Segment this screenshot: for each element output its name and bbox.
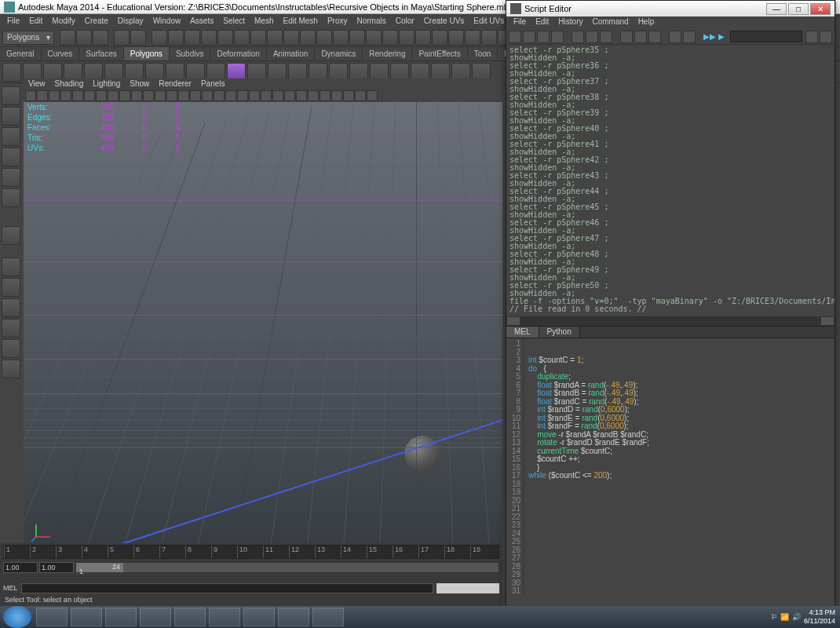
vp-btn-26[interactable] <box>331 90 342 101</box>
vp-btn-12[interactable] <box>166 90 177 101</box>
status-btn-5[interactable] <box>234 30 250 46</box>
select-tool-icon[interactable] <box>2 86 20 105</box>
vp-btn-6[interactable] <box>96 90 107 101</box>
status-btn-10[interactable] <box>316 30 332 46</box>
vp-btn-4[interactable] <box>72 90 83 101</box>
script-input-pane[interactable]: 1234567891011121314151617181920212223242… <box>506 338 835 594</box>
task-outlook-icon[interactable] <box>209 608 240 626</box>
se-saveall-icon[interactable] <box>551 31 564 43</box>
se-menu-edit[interactable]: Edit <box>531 16 553 29</box>
menu-edit-mesh[interactable]: Edit Mesh <box>278 14 322 28</box>
vp-btn-21[interactable] <box>272 90 283 101</box>
start-button[interactable] <box>3 606 31 628</box>
shelf-tab-deformation[interactable]: Deformation <box>210 47 266 60</box>
open-scene-icon[interactable] <box>76 30 92 46</box>
vp-btn-0[interactable] <box>25 90 36 101</box>
vp-btn-27[interactable] <box>343 90 354 101</box>
status-btn-8[interactable] <box>283 30 299 46</box>
status-btn-16[interactable] <box>415 30 431 46</box>
se-clear-all-icon[interactable] <box>600 31 612 43</box>
execute-icon[interactable]: ▶ <box>716 32 727 41</box>
task-chrome-icon[interactable] <box>140 608 171 626</box>
status-btn-18[interactable] <box>448 30 464 46</box>
save-scene-icon[interactable] <box>93 30 108 46</box>
task-app-icon[interactable] <box>243 608 275 626</box>
se-search-input[interactable] <box>730 31 802 42</box>
shelf-btn-0[interactable] <box>2 63 21 82</box>
shelf-tab-surfaces[interactable]: Surfaces <box>79 47 123 60</box>
scale-tool-icon[interactable] <box>2 188 20 207</box>
se-find-icon[interactable] <box>820 31 832 43</box>
vp-btn-7[interactable] <box>108 90 119 101</box>
se-tab-python[interactable]: Python <box>539 327 580 338</box>
tray-volume-icon[interactable]: 🔊 <box>792 613 801 621</box>
se-tab-mel[interactable]: MEL <box>506 327 539 338</box>
se-input-icon[interactable] <box>634 31 647 43</box>
redo-icon[interactable] <box>130 30 146 46</box>
se-goto-icon[interactable] <box>805 31 818 43</box>
se-menu-file[interactable]: File <box>509 16 531 29</box>
se-menu-history[interactable]: History <box>553 16 587 29</box>
status-btn-4[interactable] <box>217 30 233 46</box>
history-scrollbar[interactable] <box>506 316 835 326</box>
vp-btn-28[interactable] <box>355 90 366 101</box>
se-linenum-icon[interactable] <box>683 31 696 43</box>
task-explorer-icon[interactable] <box>71 608 102 626</box>
menu-create[interactable]: Create <box>80 14 113 28</box>
vp-btn-22[interactable] <box>284 90 295 101</box>
vp-btn-25[interactable] <box>320 90 331 101</box>
cmd-lang-label[interactable]: MEL <box>3 584 18 592</box>
menu-mesh[interactable]: Mesh <box>250 14 278 28</box>
menu-file[interactable]: File <box>2 14 24 28</box>
undo-icon[interactable] <box>114 30 130 46</box>
status-btn-17[interactable] <box>432 30 447 46</box>
script-history-pane[interactable]: select -r pSphere35 ; showHidden -a; sel… <box>506 45 835 316</box>
manip-tool-icon[interactable] <box>2 226 20 245</box>
se-close-button[interactable]: ✕ <box>810 3 831 15</box>
task-notepad-icon[interactable] <box>278 608 309 626</box>
vp-btn-9[interactable] <box>131 90 142 101</box>
vp-btn-14[interactable] <box>190 90 201 101</box>
range-start-field[interactable] <box>3 562 38 573</box>
menu-window[interactable]: Window <box>148 14 186 28</box>
timeline-track[interactable]: 12345678910111213141516171819 <box>3 545 499 559</box>
se-clear-input-icon[interactable] <box>586 31 598 43</box>
menu-color[interactable]: Color <box>391 14 419 28</box>
vp-btn-29[interactable] <box>367 90 378 101</box>
scroll-left-icon[interactable] <box>506 316 520 326</box>
vp-btn-24[interactable] <box>308 90 319 101</box>
shelf-tab-dynamics[interactable]: Dynamics <box>315 47 363 60</box>
vp-btn-23[interactable] <box>296 90 307 101</box>
menu-display[interactable]: Display <box>113 14 148 28</box>
lasso-tool-icon[interactable] <box>2 107 20 126</box>
vp-btn-20[interactable] <box>261 90 272 101</box>
vp-btn-1[interactable] <box>37 90 48 101</box>
shelf-tab-general[interactable]: General <box>0 47 42 60</box>
move-tool-icon[interactable] <box>2 148 20 166</box>
status-btn-3[interactable] <box>201 30 217 46</box>
task-media-icon[interactable] <box>105 608 137 626</box>
vp-btn-15[interactable] <box>202 90 213 101</box>
vp-btn-10[interactable] <box>143 90 154 101</box>
vp-menu-view[interactable]: View <box>24 78 50 89</box>
se-maximize-button[interactable]: □ <box>788 3 809 15</box>
vp-menu-shading[interactable]: Shading <box>50 78 89 89</box>
vp-btn-2[interactable] <box>49 90 60 101</box>
menu-edit-uvs[interactable]: Edit UVs <box>469 14 509 28</box>
new-scene-icon[interactable] <box>60 30 75 46</box>
vp-btn-8[interactable] <box>119 90 130 101</box>
menu-normals[interactable]: Normals <box>352 14 391 28</box>
vp-btn-17[interactable] <box>225 90 236 101</box>
status-btn-6[interactable] <box>250 30 266 46</box>
status-btn-7[interactable] <box>267 30 283 46</box>
layout-graph-icon[interactable] <box>2 360 20 378</box>
vp-btn-13[interactable] <box>178 90 189 101</box>
se-history-icon[interactable] <box>620 31 633 43</box>
shelf-tab-animation[interactable]: Animation <box>267 47 315 60</box>
se-clear-history-icon[interactable] <box>572 31 584 43</box>
vp-menu-lighting[interactable]: Lighting <box>88 78 125 89</box>
status-btn-19[interactable] <box>465 30 480 46</box>
vp-btn-19[interactable] <box>249 90 260 101</box>
vp-btn-18[interactable] <box>237 90 248 101</box>
scroll-right-icon[interactable] <box>820 316 835 326</box>
